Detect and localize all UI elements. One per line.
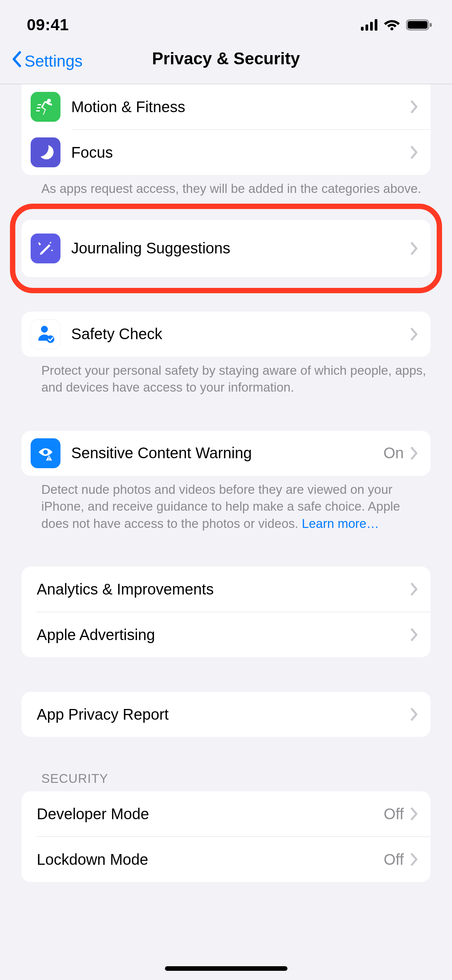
row-app-privacy-report[interactable]: App Privacy Report xyxy=(21,692,431,737)
svg-rect-17 xyxy=(49,457,49,459)
row-safety-check[interactable]: Safety Check xyxy=(21,312,431,357)
svg-rect-9 xyxy=(37,107,41,108)
svg-rect-6 xyxy=(430,23,432,27)
settings-group-security: Developer Mode Off Lockdown Mode Off xyxy=(21,791,431,882)
chevron-right-icon xyxy=(411,146,418,159)
row-label: Lockdown Mode xyxy=(37,851,383,868)
safety-check-icon xyxy=(31,319,60,349)
focus-icon xyxy=(31,137,60,167)
row-label: Motion & Fitness xyxy=(71,98,411,116)
row-label: Apple Advertising xyxy=(37,626,411,644)
wifi-icon xyxy=(384,19,401,31)
settings-group-sensitive: Sensitive Content Warning On xyxy=(21,431,431,476)
journaling-suggestions-icon xyxy=(31,234,60,263)
svg-rect-18 xyxy=(49,459,49,460)
group-footer: Detect nude photos and videos before the… xyxy=(0,476,452,532)
settings-group-access: Motion & Fitness Focus xyxy=(21,84,431,175)
settings-group-privacy-report: App Privacy Report xyxy=(21,692,431,737)
settings-group-journaling: Journaling Suggestions xyxy=(21,220,431,277)
row-value: Off xyxy=(383,851,404,868)
back-button[interactable]: Settings xyxy=(11,51,83,71)
settings-group-analytics: Analytics & Improvements Apple Advertisi… xyxy=(21,567,431,657)
row-label: Analytics & Improvements xyxy=(37,581,411,598)
home-indicator xyxy=(165,966,287,971)
row-journaling-suggestions[interactable]: Journaling Suggestions xyxy=(21,220,431,277)
status-indicators xyxy=(361,19,433,31)
row-apple-advertising[interactable]: Apple Advertising xyxy=(21,612,431,657)
svg-point-14 xyxy=(41,326,48,333)
svg-point-11 xyxy=(50,242,51,243)
group-footer: Protect your personal safety by staying … xyxy=(0,357,452,396)
row-sensitive-content-warning[interactable]: Sensitive Content Warning On xyxy=(21,431,431,476)
row-label: Safety Check xyxy=(71,325,411,343)
row-value: On xyxy=(383,444,404,462)
svg-rect-2 xyxy=(370,22,373,31)
chevron-right-icon xyxy=(411,807,418,820)
svg-point-15 xyxy=(47,335,54,343)
chevron-left-icon xyxy=(11,51,22,71)
chevron-right-icon xyxy=(411,328,418,341)
section-header-security: Security xyxy=(0,771,452,791)
learn-more-link[interactable]: Learn more… xyxy=(302,516,379,531)
row-developer-mode[interactable]: Developer Mode Off xyxy=(21,791,431,836)
group-footer: As apps request access, they will be add… xyxy=(0,175,452,198)
row-label: Sensitive Content Warning xyxy=(71,444,383,462)
settings-group-safety: Safety Check xyxy=(21,312,431,357)
row-focus[interactable]: Focus xyxy=(21,130,431,175)
svg-rect-3 xyxy=(375,19,377,31)
svg-rect-1 xyxy=(366,24,368,31)
svg-rect-10 xyxy=(36,110,40,111)
status-time: 09:41 xyxy=(27,16,69,34)
chevron-right-icon xyxy=(411,853,418,866)
row-analytics-improvements[interactable]: Analytics & Improvements xyxy=(21,567,431,612)
row-lockdown-mode[interactable]: Lockdown Mode Off xyxy=(21,837,431,882)
battery-icon xyxy=(406,19,433,31)
chevron-right-icon xyxy=(411,242,418,255)
page-title: Privacy & Security xyxy=(152,49,300,68)
chevron-right-icon xyxy=(411,447,418,460)
svg-point-13 xyxy=(51,250,53,251)
cellular-icon xyxy=(361,19,379,31)
sensitive-content-warning-icon xyxy=(31,438,60,468)
status-bar: 09:41 xyxy=(0,0,452,42)
row-label: Developer Mode xyxy=(37,805,383,823)
back-label: Settings xyxy=(24,52,83,70)
nav-bar: Settings Privacy & Security xyxy=(0,42,452,84)
svg-rect-5 xyxy=(408,21,428,29)
row-motion-fitness[interactable]: Motion & Fitness xyxy=(21,84,431,129)
row-value: Off xyxy=(383,805,404,823)
motion-fitness-icon xyxy=(31,92,60,122)
row-label: Journaling Suggestions xyxy=(71,240,411,257)
svg-point-16 xyxy=(43,450,48,454)
chevron-right-icon xyxy=(411,100,418,113)
chevron-right-icon xyxy=(411,708,418,721)
row-label: App Privacy Report xyxy=(37,706,411,723)
svg-rect-0 xyxy=(361,27,364,31)
chevron-right-icon xyxy=(411,583,418,596)
svg-rect-8 xyxy=(38,104,41,105)
row-label: Focus xyxy=(71,144,411,161)
chevron-right-icon xyxy=(411,628,418,641)
